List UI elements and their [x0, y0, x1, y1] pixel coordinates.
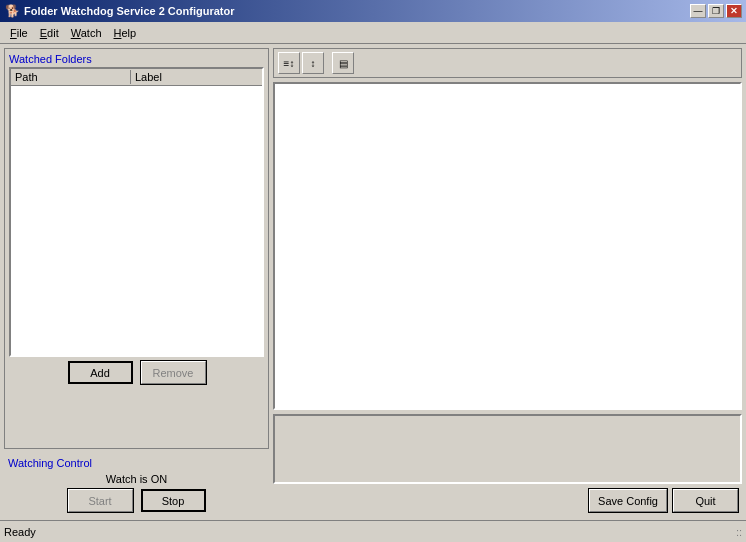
save-config-button[interactable]: Save Config	[589, 489, 667, 512]
watching-control-section: Watching Control Watch is ON Start Stop	[4, 453, 269, 516]
menu-bar: File Edit Watch Help	[0, 22, 746, 44]
title-bar-buttons: — ❐ ✕	[690, 4, 742, 18]
watched-folders-label: Watched Folders	[9, 53, 264, 65]
col-path-header: Path	[11, 70, 131, 84]
left-panel: Watched Folders Path Label Add Remove Wa…	[4, 48, 269, 516]
save-quit-row: Save Config Quit	[273, 484, 742, 516]
status-bar: Ready ::	[0, 520, 746, 542]
watching-control-label: Watching Control	[8, 457, 265, 469]
bottom-display-area	[273, 414, 742, 484]
remove-button[interactable]: Remove	[141, 361, 206, 384]
toolbar-btn-2[interactable]: ↕	[302, 52, 324, 74]
close-button[interactable]: ✕	[726, 4, 742, 18]
quit-button[interactable]: Quit	[673, 489, 738, 512]
folder-table-wrapper: Path Label	[9, 67, 264, 357]
menu-watch[interactable]: Watch	[65, 25, 108, 41]
window-title: Folder Watchdog Service 2 Configurator	[24, 5, 234, 17]
toolbar-btn-1[interactable]: ≡↕	[278, 52, 300, 74]
title-bar: 🐕 Folder Watchdog Service 2 Configurator…	[0, 0, 746, 22]
col-label-header: Label	[131, 70, 166, 84]
watch-buttons: Start Stop	[8, 489, 265, 512]
toolbar-icon-2: ↕	[311, 58, 316, 69]
folder-table-header: Path Label	[11, 69, 262, 86]
menu-help[interactable]: Help	[108, 25, 143, 41]
status-right: ::	[736, 526, 742, 538]
right-outer: ≡↕ ↕ ▤ Save Config Quit	[273, 48, 742, 516]
minimize-button[interactable]: —	[690, 4, 706, 18]
stop-button[interactable]: Stop	[141, 489, 206, 512]
toolbar-area: ≡↕ ↕ ▤	[273, 48, 742, 78]
toolbar-btn-3[interactable]: ▤	[332, 52, 354, 74]
menu-edit[interactable]: Edit	[34, 25, 65, 41]
app-icon: 🐕	[4, 3, 20, 19]
toolbar-icon-3: ▤	[339, 58, 348, 69]
watch-status: Watch is ON	[8, 473, 265, 485]
folder-buttons: Add Remove	[9, 361, 264, 384]
status-text: Ready	[4, 526, 36, 538]
add-button[interactable]: Add	[68, 361, 133, 384]
right-panel: ≡↕ ↕ ▤	[273, 48, 742, 484]
start-button[interactable]: Start	[68, 489, 133, 512]
toolbar-icon-1: ≡↕	[284, 58, 295, 69]
main-display-area	[273, 82, 742, 410]
menu-file[interactable]: File	[4, 25, 34, 41]
folder-table-body[interactable]	[11, 86, 262, 346]
main-content: Watched Folders Path Label Add Remove Wa…	[0, 44, 746, 520]
watched-folders-section: Watched Folders Path Label Add Remove	[4, 48, 269, 449]
restore-button[interactable]: ❐	[708, 4, 724, 18]
